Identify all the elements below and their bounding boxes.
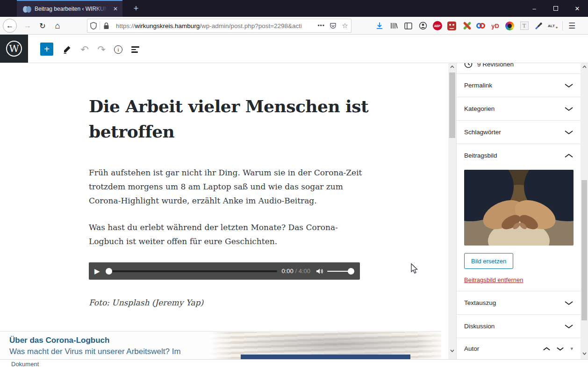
chevron-down-icon <box>565 107 573 111</box>
panel-permalink[interactable]: Permalink <box>457 73 581 97</box>
seek-track <box>106 270 277 272</box>
eyedropper-icon[interactable] <box>531 19 546 33</box>
revisions-row[interactable]: 9 Revisionen <box>457 63 581 72</box>
audio-player-block[interactable]: ▶ 0:00 / 4:00 <box>89 262 360 280</box>
panel-label: Textauszug <box>464 299 496 306</box>
block-inserter-button[interactable]: + <box>40 43 53 56</box>
close-window-button[interactable]: ✕ <box>566 0 588 17</box>
panel-label: Autor <box>464 345 479 352</box>
text-tool-icon[interactable]: T <box>517 19 531 33</box>
url-bar[interactable]: https://wirkungskreis.hamburg/wp-admin/p… <box>87 19 351 33</box>
editor-scrollbar[interactable] <box>448 63 456 359</box>
panel-textauszug[interactable]: Textauszug <box>457 291 581 314</box>
color-ring-icon[interactable] <box>502 19 517 33</box>
tab-close-icon[interactable]: ✕ <box>112 5 119 13</box>
seek-bar[interactable] <box>106 268 277 275</box>
chevron-down-icon <box>565 301 573 305</box>
remove-featured-image-link[interactable]: Beitragsbild entfernen <box>464 276 523 283</box>
audio-duration: 4:00 <box>299 268 310 275</box>
volume-slider[interactable] <box>327 268 354 275</box>
yd-extension-icon[interactable]: yD <box>488 19 502 33</box>
link-chain-icon[interactable] <box>473 19 488 33</box>
tab-title-fade <box>94 2 109 17</box>
home-button[interactable]: ⌂ <box>50 19 65 33</box>
back-button[interactable]: ← <box>3 19 17 33</box>
url-fade <box>300 22 316 29</box>
move-up-icon[interactable] <box>543 347 550 351</box>
image-caption[interactable]: Foto: Unsplash (Jeremy Yap) <box>89 298 203 307</box>
scrollbar-thumb[interactable] <box>449 72 455 138</box>
new-tab-button[interactable]: + <box>129 1 143 16</box>
page-actions-icon[interactable]: ••• <box>316 22 327 29</box>
editor-canvas[interactable]: Die Arbeit vieler Menschen ist betroffen… <box>0 63 448 359</box>
embedded-image-block[interactable]: Über das Corona-Logbuch Was macht der Vi… <box>0 331 441 359</box>
adblock-plus-icon[interactable]: ABP <box>430 19 445 33</box>
embed-blue-banner <box>241 355 410 359</box>
panel-kategorien[interactable]: Kategorien <box>457 97 581 120</box>
panel-label: Beitragsbild <box>464 152 497 159</box>
panel-label: Schlagwörter <box>464 129 501 136</box>
seek-thumb[interactable] <box>106 268 112 275</box>
audio-time-separator: / <box>295 268 297 275</box>
panel-beitragsbild[interactable]: Beitragsbild <box>457 144 581 167</box>
bookmark-star-icon[interactable]: ☆ <box>339 19 351 32</box>
wp-editor-header: W + ↶ ↷ i Auf Entwurf umstellen Vorschau… <box>0 35 588 63</box>
sidebar-scrollbar[interactable] <box>581 63 588 359</box>
browser-navbar: ← → ↻ ⌂ https://wirkungskreis.hamburg/wp… <box>0 17 588 35</box>
scroll-down-arrow[interactable] <box>581 352 588 355</box>
downloads-icon[interactable] <box>372 19 387 33</box>
paragraph-block[interactable]: Früh aufstehen ist gar nicht ihr Ding. W… <box>89 166 366 208</box>
post-title-block[interactable]: Die Arbeit vieler Menschen ist betroffen <box>89 94 369 144</box>
browser-tab-active[interactable]: Beitrag bearbeiten ‹ WIRKUNGS ✕ <box>17 0 122 17</box>
account-icon[interactable] <box>416 19 430 33</box>
menu-hamburger-icon[interactable]: ☰ <box>565 19 579 33</box>
hands-photo <box>464 170 574 246</box>
paragraph-block[interactable]: Was hast du erlebt während der letzten M… <box>89 220 366 248</box>
volume-controls <box>316 268 354 275</box>
revisions-label: 9 Revisionen <box>477 63 514 68</box>
play-icon[interactable]: ▶ <box>94 267 106 275</box>
chevron-down-icon <box>565 325 573 328</box>
window-controls: – ✕ <box>523 0 588 17</box>
maximize-icon <box>553 6 558 11</box>
volume-thumb[interactable] <box>348 268 354 275</box>
x-extension-icon[interactable] <box>459 19 473 33</box>
reload-button[interactable]: ↻ <box>36 19 50 33</box>
panel-autor[interactable]: Autor ▾ <box>457 338 581 359</box>
edit-tool-button[interactable] <box>61 44 72 55</box>
audio-current-time: 0:00 <box>282 268 294 275</box>
details-info-button[interactable]: i <box>113 44 124 55</box>
pocket-icon[interactable] <box>327 19 339 32</box>
maximize-button[interactable] <box>545 0 566 17</box>
lock-icon[interactable] <box>100 19 112 32</box>
replace-image-button[interactable]: Bild ersetzen <box>464 253 513 269</box>
forward-button[interactable]: → <box>21 19 35 33</box>
scroll-down-arrow[interactable] <box>448 349 456 352</box>
panel-schlagwoerter[interactable]: Schlagwörter <box>457 120 581 144</box>
redo-button[interactable]: ↷ <box>96 44 107 55</box>
undo-button[interactable]: ↶ <box>79 44 90 55</box>
breadcrumb[interactable]: Dokument <box>11 361 39 368</box>
chevron-up-icon <box>565 154 573 158</box>
library-icon[interactable] <box>387 19 401 33</box>
panel-diskussion[interactable]: Diskussion <box>457 314 581 338</box>
toggle-triangle-icon[interactable]: ▾ <box>570 346 573 352</box>
scrollbar-thumb[interactable] <box>581 180 587 320</box>
scroll-up-arrow[interactable] <box>581 65 588 68</box>
extensions-row: ABP yD T ALT＋ ☰ <box>372 19 579 33</box>
smiley-extension-icon[interactable] <box>445 19 459 33</box>
move-down-icon[interactable] <box>557 347 564 351</box>
sidebars-icon[interactable] <box>401 19 416 33</box>
chevron-down-icon <box>565 130 573 134</box>
alt-extension-icon[interactable]: ALT＋ <box>546 19 560 33</box>
speaker-icon[interactable] <box>316 268 323 275</box>
url-host: wirkungskreis.hamburg <box>135 22 200 29</box>
shield-icon[interactable] <box>87 19 100 32</box>
minimize-button[interactable]: – <box>523 0 545 17</box>
wordpress-logo[interactable]: W <box>0 35 28 63</box>
settings-sidebar: 9 Revisionen Permalink Kategorien Schlag… <box>456 63 581 359</box>
list-view-button[interactable] <box>129 44 141 55</box>
featured-image[interactable] <box>464 170 574 246</box>
url-text[interactable]: https://wirkungskreis.hamburg/wp-admin/p… <box>112 22 316 29</box>
scroll-up-arrow[interactable] <box>448 65 456 68</box>
